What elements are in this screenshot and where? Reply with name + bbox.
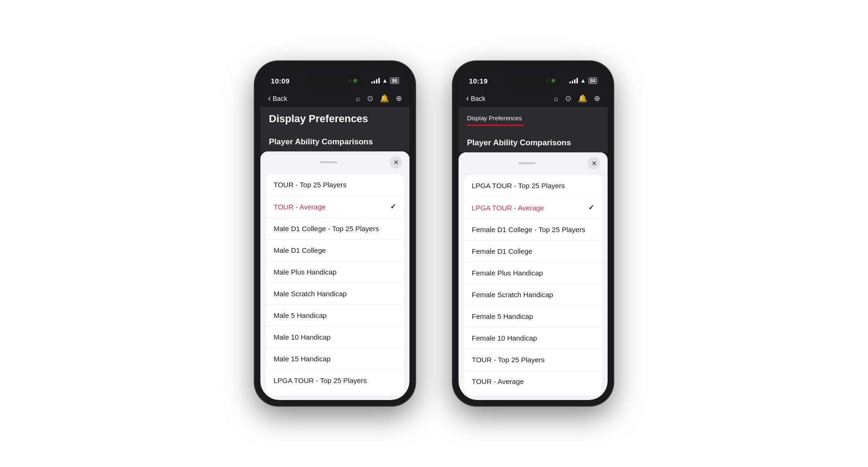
back-button-right[interactable]: ‹ Back	[466, 93, 485, 103]
sheet-handle-container-right	[466, 162, 588, 164]
list-item[interactable]: Female 5 Handicap	[464, 306, 602, 327]
list-item[interactable]: Male D1 College - Top 25 Players	[266, 218, 404, 240]
check-icon: ✓	[390, 202, 396, 211]
list-item[interactable]: TOUR - Average✓	[266, 196, 404, 218]
list-item[interactable]: Female D1 College - Top 25 Players	[464, 219, 602, 241]
list-item[interactable]: Male D1 College	[266, 240, 404, 261]
list-item[interactable]: LPGA TOUR - Top 25 Players	[266, 370, 404, 391]
sheet-item-text: Female D1 College	[472, 247, 532, 255]
sheet-close-left[interactable]: ✕	[390, 156, 402, 168]
phone-screen-left: 10:09 ▲ 86 ‹	[260, 67, 409, 400]
bottom-sheet-left: ✕ TOUR - Top 25 PlayersTOUR - Average✓Ma…	[260, 151, 409, 400]
list-item[interactable]: LPGA TOUR - Average✓	[464, 197, 602, 219]
sheet-item-text: Male 5 Handicap	[274, 311, 327, 319]
bell-icon-left[interactable]: 🔔	[380, 94, 389, 103]
status-icons-left: ▲ 86	[371, 77, 399, 84]
person-icon-left[interactable]: ⊙	[367, 94, 373, 103]
battery-right: 84	[588, 77, 597, 84]
display-pref-tab: Display Preferences	[467, 113, 599, 126]
sheet-item-text: LPGA TOUR - Top 25 Players	[472, 182, 565, 190]
section-header-left: Player Ability Comparisons	[260, 131, 409, 151]
list-item[interactable]: Male 15 Handicap	[266, 348, 404, 370]
list-item[interactable]: LPGA TOUR - Top 25 Players	[464, 175, 602, 197]
wifi-icon-left: ▲	[382, 77, 388, 84]
signal-bars-right	[569, 78, 578, 83]
phone-frame-left: 10:09 ▲ 86 ‹	[255, 61, 415, 406]
back-chevron-left: ‹	[268, 93, 271, 103]
status-time-left: 10:09	[271, 77, 290, 85]
sheet-item-text: Male Plus Handicap	[274, 268, 336, 276]
sheet-item-text: Male 10 Handicap	[274, 333, 331, 341]
sheet-item-text: Male 15 Handicap	[274, 355, 331, 363]
list-item[interactable]: TOUR - Top 25 Players	[464, 349, 602, 371]
signal-bar-1	[371, 82, 373, 83]
signal-bars-left	[371, 78, 380, 83]
back-label-left: Back	[273, 95, 287, 102]
person-icon-right[interactable]: ⊙	[565, 94, 571, 103]
battery-left: 86	[390, 77, 399, 84]
signal-bar-2	[374, 81, 375, 83]
sheet-close-right[interactable]: ✕	[588, 157, 600, 169]
list-item[interactable]: Male Scratch Handicap	[266, 283, 404, 305]
sheet-item-text: LPGA TOUR - Top 25 Players	[274, 376, 367, 384]
sheet-handle-row-left: ✕	[260, 151, 409, 171]
battery-level-left: 86	[392, 78, 397, 83]
sheet-list-left[interactable]: TOUR - Top 25 PlayersTOUR - Average✓Male…	[266, 174, 404, 395]
list-item[interactable]: Male Plus Handicap	[266, 261, 404, 283]
di-dot-1	[348, 79, 351, 83]
list-item[interactable]: Female Scratch Handicap	[464, 284, 602, 306]
nav-bar-right: ‹ Back ⌕ ⊙ 🔔 ⊕	[459, 91, 608, 107]
tab-label-right: Display Preferences	[467, 113, 599, 124]
sheet-handle-container-left	[268, 161, 390, 163]
sheet-item-text: TOUR - Top 25 Players	[472, 356, 545, 364]
search-icon-right[interactable]: ⌕	[554, 94, 559, 103]
sheet-list-right[interactable]: LPGA TOUR - Top 25 PlayersLPGA TOUR - Av…	[464, 175, 602, 395]
section-header-right: Player Ability Comparisons	[459, 132, 608, 152]
sheet-item-text: TOUR - Top 25 Players	[274, 181, 347, 189]
sheet-item-text: TOUR - Average	[472, 377, 524, 385]
signal-bar-3	[376, 79, 377, 83]
section-title-right: Player Ability Comparisons	[467, 138, 599, 148]
back-chevron-right: ‹	[466, 93, 469, 103]
list-item[interactable]: Female 10 Handicap	[464, 327, 602, 349]
plus-icon-left[interactable]: ⊕	[396, 94, 402, 103]
list-item[interactable]: TOUR - Top 25 Players	[266, 174, 404, 196]
sheet-item-text: Female 5 Handicap	[472, 312, 533, 320]
bottom-sheet-right: ✕ LPGA TOUR - Top 25 PlayersLPGA TOUR - …	[459, 152, 608, 400]
sheet-item-text: Female Plus Handicap	[472, 269, 543, 277]
di-dot-2	[353, 79, 357, 83]
bell-icon-right[interactable]: 🔔	[578, 94, 587, 103]
phone-right: 10:19 ▲ 84 ‹	[453, 61, 613, 406]
sheet-handle-row-right: ✕	[459, 152, 608, 172]
search-icon-left[interactable]: ⌕	[356, 94, 360, 103]
dynamic-island-left	[309, 74, 361, 88]
list-item[interactable]: TOUR - Average	[464, 371, 602, 392]
signal-bar-r1	[569, 82, 571, 83]
section-title-left: Player Ability Comparisons	[269, 137, 401, 147]
back-button-left[interactable]: ‹ Back	[268, 93, 287, 103]
status-time-right: 10:19	[469, 77, 488, 85]
di-dot-r2	[551, 79, 555, 83]
sheet-item-text: Male D1 College - Top 25 Players	[274, 225, 379, 233]
sheet-item-text: Female D1 College - Top 25 Players	[472, 225, 585, 234]
sheet-item-text: Male D1 College	[274, 246, 326, 254]
sheet-item-text: Male Scratch Handicap	[274, 290, 347, 298]
signal-bar-r2	[572, 81, 573, 83]
list-item[interactable]: Female Plus Handicap	[464, 262, 602, 284]
dynamic-island-right	[507, 74, 559, 88]
phone-screen-right: 10:19 ▲ 84 ‹	[459, 67, 608, 400]
sheet-item-text: LPGA TOUR - Average	[472, 204, 544, 212]
list-item[interactable]: Female D1 College	[464, 241, 602, 262]
nav-icons-left: ⌕ ⊙ 🔔 ⊕	[356, 94, 402, 103]
list-item[interactable]: Male 5 Handicap	[266, 305, 404, 326]
page-header-left: Display Preferences	[260, 107, 409, 131]
list-item[interactable]: Male 10 Handicap	[266, 326, 404, 348]
back-label-right: Back	[471, 95, 485, 102]
sheet-item-text: Female Scratch Handicap	[472, 291, 553, 299]
plus-icon-right[interactable]: ⊕	[594, 94, 600, 103]
signal-bar-4	[378, 78, 380, 83]
wifi-icon-right: ▲	[580, 77, 586, 84]
nav-bar-left: ‹ Back ⌕ ⊙ 🔔 ⊕	[260, 91, 409, 107]
status-icons-right: ▲ 84	[569, 77, 597, 84]
sheet-handle-left	[320, 161, 337, 163]
